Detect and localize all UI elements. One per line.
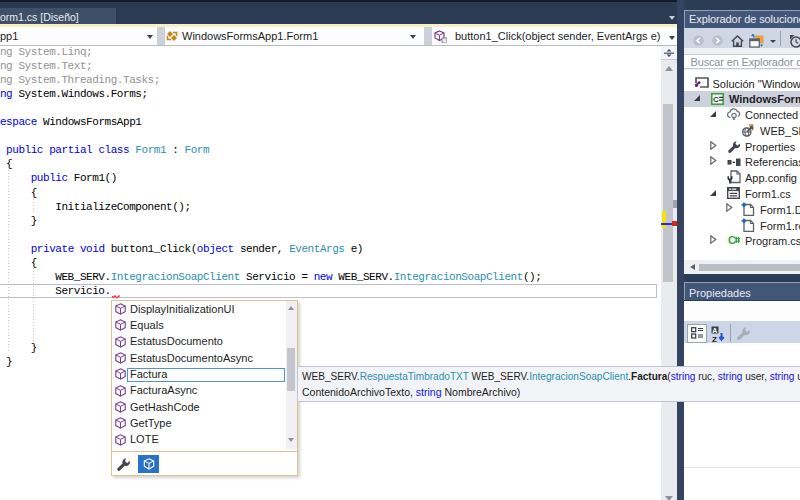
svg-text:C: C [728, 234, 736, 246]
svg-text:C: C [713, 95, 719, 104]
svg-text:A: A [712, 327, 717, 334]
svg-text:Z: Z [712, 335, 717, 343]
